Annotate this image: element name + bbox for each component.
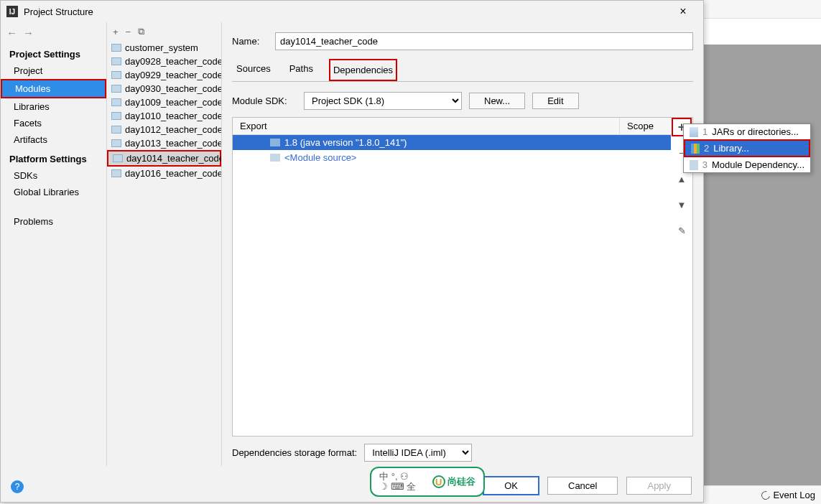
cancel-button[interactable]: Cancel	[547, 477, 618, 495]
module-label: day0929_teacher_code	[125, 70, 221, 80]
module-list-panel: + − ⧉ customer_systemday0928_teacher_cod…	[107, 22, 222, 466]
nav-back-icon[interactable]: ←	[6, 27, 17, 39]
module-toolbar: + − ⧉	[107, 22, 221, 41]
nav-problems[interactable]: Problems	[1, 213, 106, 230]
event-log-icon	[760, 489, 771, 500]
module-label: day1009_teacher_code	[125, 97, 221, 108]
module-item[interactable]: day1014_teacher_code	[107, 150, 221, 167]
nav-project[interactable]: Project	[1, 62, 106, 79]
deps-header: Export Scope	[233, 118, 671, 135]
module-sdk-select[interactable]: Project SDK (1.8)	[304, 92, 462, 110]
col-scope[interactable]: Scope	[619, 118, 671, 134]
nav-libraries[interactable]: Libraries	[1, 98, 106, 115]
module-item[interactable]: day0929_teacher_code	[107, 68, 221, 82]
popup-num: 1	[702, 126, 708, 137]
folder-icon	[111, 169, 121, 177]
module-label: day1013_teacher_code	[125, 138, 221, 149]
module-item[interactable]: day0928_teacher_code	[107, 55, 221, 68]
dependencies-table: Export Scope 1.8 (java version "1.8.0_14…	[232, 117, 693, 437]
popup-num: 3	[702, 159, 708, 170]
module-label: day0928_teacher_code	[125, 56, 221, 67]
remove-module-button[interactable]: −	[126, 27, 131, 37]
module-label: day1014_teacher_code	[126, 153, 221, 164]
storage-format-select[interactable]: IntelliJ IDEA (.iml)	[364, 444, 472, 462]
folder-icon	[111, 98, 121, 106]
ide-background: Event Log	[702, 0, 821, 504]
edit-sdk-button[interactable]: Edit	[532, 93, 578, 109]
move-down-button[interactable]: ▼	[672, 195, 692, 214]
module-label: day0930_teacher_code	[125, 83, 221, 94]
module-tabs: Sources Paths Dependencies	[232, 59, 693, 82]
module-item[interactable]: day0930_teacher_code	[107, 82, 221, 95]
popup-library[interactable]: 2 Library...	[684, 139, 810, 157]
deps-list[interactable]: 1.8 (java version "1.8.0_141") <Module s…	[233, 135, 671, 436]
watermark-left: 中 °, ⚇ ☽ ⌨ 全	[379, 472, 416, 493]
storage-format-label: Dependencies storage format:	[232, 447, 357, 458]
add-module-button[interactable]: +	[113, 27, 119, 37]
popup-label: Library...	[713, 143, 749, 154]
folder-icon	[113, 154, 123, 162]
watermark: 中 °, ⚇ ☽ ⌨ 全 U 尚硅谷	[370, 467, 485, 497]
folder-icon	[111, 126, 121, 134]
module-item[interactable]: day1013_teacher_code	[107, 136, 221, 150]
watermark-right: U 尚硅谷	[432, 475, 476, 488]
nav-forward-icon[interactable]: →	[23, 27, 34, 39]
apply-button[interactable]: Apply	[626, 477, 692, 495]
popup-label: JARs or directories...	[712, 126, 799, 137]
module-item[interactable]: day1010_teacher_code	[107, 109, 221, 123]
title-bar: IJ Project Structure ×	[1, 1, 703, 22]
module-icon	[690, 160, 698, 170]
dep-row-module-source[interactable]: <Module source>	[233, 150, 671, 165]
dep-label: <Module source>	[284, 152, 356, 163]
close-button[interactable]: ×	[669, 5, 697, 18]
help-button[interactable]: ?	[11, 480, 24, 493]
add-dependency-popup: 1 JARs or directories... 2 Library... 3 …	[683, 123, 811, 173]
module-item[interactable]: customer_system	[107, 41, 221, 55]
module-item[interactable]: day1016_teacher_code	[107, 167, 221, 180]
module-item[interactable]: day1012_teacher_code	[107, 123, 221, 136]
library-icon	[691, 144, 700, 154]
tab-dependencies[interactable]: Dependencies	[329, 59, 397, 81]
nav-facets[interactable]: Facets	[1, 115, 106, 131]
nav-sdks[interactable]: SDKs	[1, 167, 106, 184]
dep-label: 1.8 (java version "1.8.0_141")	[284, 137, 407, 148]
nav-artifacts[interactable]: Artifacts	[1, 131, 106, 148]
module-list[interactable]: customer_systemday0928_teacher_codeday09…	[107, 41, 221, 466]
folder-icon	[270, 139, 280, 146]
jar-icon	[690, 127, 698, 137]
ok-button[interactable]: OK	[483, 477, 539, 495]
folder-icon	[270, 154, 280, 162]
module-item[interactable]: day1009_teacher_code	[107, 95, 221, 109]
copy-module-button[interactable]: ⧉	[138, 26, 144, 37]
ide-toolbar	[702, 0, 821, 19]
module-label: day1012_teacher_code	[125, 124, 221, 135]
ide-status-bar[interactable]: Event Log	[702, 485, 821, 504]
watermark-logo-icon: U	[432, 475, 445, 488]
popup-jars[interactable]: 1 JARs or directories...	[684, 124, 810, 139]
tab-paths[interactable]: Paths	[287, 59, 316, 81]
module-sdk-label: Module SDK:	[232, 95, 297, 106]
tab-sources[interactable]: Sources	[233, 59, 274, 81]
name-input[interactable]	[275, 32, 693, 50]
folder-icon	[111, 71, 121, 79]
edit-dependency-button[interactable]: ✎	[672, 221, 692, 240]
nav-history: ← →	[1, 22, 106, 43]
popup-label: Module Dependency...	[712, 159, 804, 170]
left-nav-panel: ← → Project Settings Project Modules Lib…	[1, 22, 107, 466]
section-platform-settings: Platform Settings	[1, 148, 106, 167]
module-label: customer_system	[125, 42, 198, 53]
popup-num: 2	[704, 143, 709, 154]
folder-icon	[111, 139, 121, 147]
folder-icon	[111, 57, 121, 65]
ide-editor-area	[702, 45, 821, 485]
event-log-label[interactable]: Event Log	[773, 490, 815, 500]
nav-global-libraries[interactable]: Global Libraries	[1, 184, 106, 200]
folder-icon	[111, 44, 121, 52]
app-icon: IJ	[6, 6, 18, 17]
col-export[interactable]: Export	[233, 118, 619, 134]
new-sdk-button[interactable]: New...	[469, 93, 525, 109]
folder-icon	[111, 112, 121, 120]
dep-row-sdk[interactable]: 1.8 (java version "1.8.0_141")	[233, 135, 671, 150]
nav-modules[interactable]: Modules	[1, 79, 106, 98]
popup-module-dependency[interactable]: 3 Module Dependency...	[684, 157, 810, 172]
